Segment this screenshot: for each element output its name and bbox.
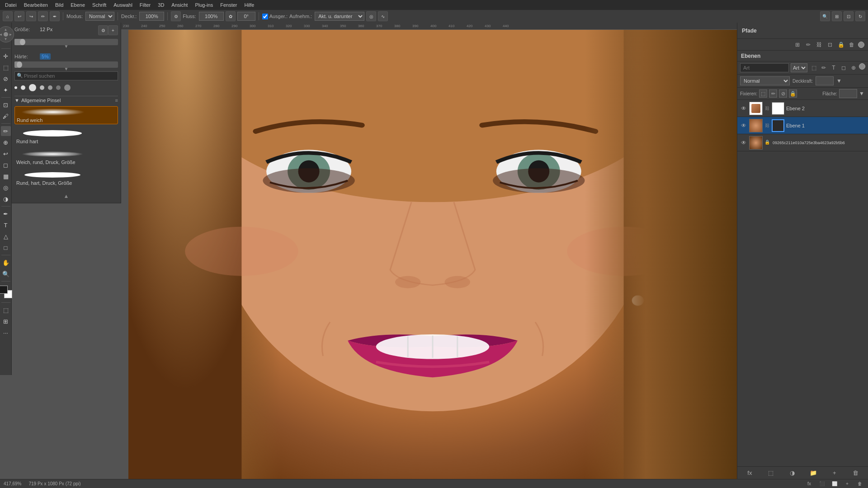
angle-input[interactable] (237, 12, 255, 21)
lock-artboards-btn[interactable]: ⊘ (779, 89, 787, 98)
layer-lock-bg[interactable]: 🔒 (764, 140, 771, 146)
brush-dot-7[interactable] (64, 84, 71, 91)
group-options-icon[interactable]: ≡ (115, 98, 118, 103)
extra-tools[interactable]: ··· (1, 328, 11, 338)
history-button[interactable]: ↩ (14, 11, 24, 21)
filter-adjustment[interactable]: ✏ (819, 63, 828, 72)
rotate-btn[interactable]: ↻ (855, 11, 865, 21)
layer-visibility-ebene2[interactable]: 👁 (740, 105, 747, 112)
blend-mode-select[interactable]: Normal (740, 76, 790, 85)
fill-arrow[interactable]: ▼ (859, 90, 865, 97)
brush-settings-btn[interactable]: ⚙ (98, 25, 108, 35)
move-tool[interactable]: ✛ (1, 51, 11, 61)
menu-bearbeiten[interactable]: Bearbeiten (21, 1, 51, 9)
sample-all-btn[interactable]: ◎ (366, 11, 376, 21)
brush-preset-rund-hart-druck[interactable]: Rund, hart, Druck, Größe (14, 169, 118, 187)
brush-preset-rund-weich[interactable]: Rund weich (14, 106, 118, 124)
arrange-btn[interactable]: ⊞ (832, 11, 842, 21)
brush-dot-1[interactable] (14, 86, 17, 89)
search-btn[interactable]: 🔍 (820, 11, 830, 21)
menu-bild[interactable]: Bild (52, 1, 66, 9)
eraser-tool[interactable]: ◻ (1, 160, 11, 170)
home-button[interactable]: ⌂ (3, 11, 13, 21)
foreground-color-swatch[interactable] (0, 286, 8, 294)
opacity-arrow[interactable]: ▼ (836, 78, 843, 84)
blur-tool[interactable]: ◎ (1, 183, 11, 192)
brush-dot-6[interactable] (56, 85, 61, 90)
layer-visibility-bg[interactable]: 👁 (740, 139, 747, 146)
menu-hilfe[interactable]: Hilfe (241, 1, 257, 9)
layers-search-input[interactable] (740, 63, 789, 72)
size-slider-track[interactable]: ▼ (14, 39, 118, 45)
status-fill-btn[interactable]: ⬛ (817, 479, 826, 488)
menu-schrift[interactable]: Schrift (89, 1, 109, 9)
workspace-btn[interactable]: ⊡ (844, 11, 854, 21)
filter-pixel[interactable]: ⬚ (809, 63, 818, 72)
dodge-tool[interactable]: ◑ (1, 194, 11, 204)
add-mask-btn[interactable]: ⬚ (766, 469, 775, 478)
layer-row-bg[interactable]: 👁 🔒 09265c211e010a725e3ba4623a92b5b6 (737, 134, 868, 151)
filter-shape[interactable]: ◻ (839, 63, 848, 72)
shape-tool[interactable]: □ (1, 243, 11, 253)
fill-input[interactable]: 100% (839, 89, 857, 98)
lock-pixels-btn[interactable]: ⬚ (759, 89, 767, 98)
lock-all-btn[interactable]: 🔒 (789, 89, 797, 98)
brush-tool-btn[interactable]: ✏ (38, 11, 48, 21)
history-brush-tool[interactable]: ↩ (1, 149, 11, 159)
panel-icon-lock[interactable]: 🔒 (836, 40, 845, 49)
brush-preset-weich-rund-druck[interactable]: Weich, rund, Druck, Größe (14, 149, 118, 166)
brush-dot-4[interactable] (40, 85, 44, 90)
layer-type-select[interactable]: Art (791, 63, 807, 72)
menu-3d[interactable]: 3D (155, 1, 167, 9)
panel-icon-link[interactable]: ⛓ (815, 40, 824, 49)
brush-dot-3[interactable] (29, 84, 36, 91)
new-brush-btn[interactable]: + (108, 25, 118, 35)
hand-tool[interactable]: ✋ (1, 258, 11, 267)
redo-button[interactable]: ↪ (26, 11, 36, 21)
screen-mode-tool[interactable]: ⊞ (1, 316, 11, 326)
status-new-btn[interactable]: + (843, 479, 852, 488)
navigator-wheel[interactable]: ▲ ▼ ◄ ► (0, 26, 14, 42)
layer-row-ebene2[interactable]: 👁 ⛓ Ebene 2 (737, 100, 868, 117)
magic-wand-tool[interactable]: ✦ (1, 85, 11, 95)
panel-icon-expand[interactable]: ⊡ (826, 40, 835, 49)
menu-filter[interactable]: Filter (137, 1, 154, 9)
status-trash-btn[interactable]: 🗑 (855, 479, 864, 488)
modus-select[interactable]: Normal (85, 12, 114, 21)
hardness-slider-thumb[interactable] (17, 61, 22, 68)
expand-icon[interactable]: ▼ (14, 98, 19, 103)
layer-visibility-ebene1[interactable]: 👁 (740, 122, 747, 129)
menu-ansicht[interactable]: Ansicht (168, 1, 191, 9)
panel-color-indicator[interactable] (858, 42, 864, 48)
crop-tool[interactable]: ⊡ (1, 100, 11, 110)
menu-ebene[interactable]: Ebene (67, 1, 88, 9)
brush-scroll-down[interactable]: ▲ (64, 193, 69, 199)
stamp-tool[interactable]: ⊕ (1, 137, 11, 147)
status-mask-btn[interactable]: ⬜ (830, 479, 839, 488)
panel-icon-trash[interactable]: 🗑 (847, 40, 856, 49)
gradient-tool[interactable]: ▦ (1, 171, 11, 181)
menu-datei[interactable]: Datei (2, 1, 20, 9)
edit-tool-btn[interactable]: ✒ (50, 11, 60, 21)
size-slider-thumb[interactable] (20, 39, 25, 45)
zoom-tool[interactable]: 🔍 (1, 269, 11, 279)
lock-position-btn[interactable]: ✏ (769, 89, 777, 98)
panel-icon-edit[interactable]: ✏ (804, 40, 813, 49)
brush-search-input[interactable] (14, 71, 118, 80)
airbrush-btn[interactable]: ✿ (226, 11, 236, 21)
pen-tool[interactable]: ✒ (1, 209, 11, 219)
lasso-tool[interactable]: ⊘ (1, 74, 11, 84)
deckr-input[interactable] (139, 12, 164, 21)
hardness-value[interactable]: 5% (40, 53, 51, 60)
panel-icon-new[interactable]: ⊞ (793, 40, 802, 49)
selection-tool[interactable]: ⬚ (1, 62, 11, 72)
brush-tool[interactable]: ✏ (1, 126, 11, 136)
ausger-checkbox[interactable] (262, 14, 268, 19)
path-tool[interactable]: △ (1, 231, 11, 241)
filter-toggle[interactable] (859, 63, 865, 70)
layer-row-ebene1[interactable]: 👁 ⛓ Ebene 1 (737, 117, 868, 134)
filter-type[interactable]: T (829, 63, 838, 72)
brush-dot-5[interactable] (48, 85, 52, 90)
menu-plugins[interactable]: Plug-ins (192, 1, 216, 9)
opacity-input[interactable]: 100% (816, 76, 834, 85)
